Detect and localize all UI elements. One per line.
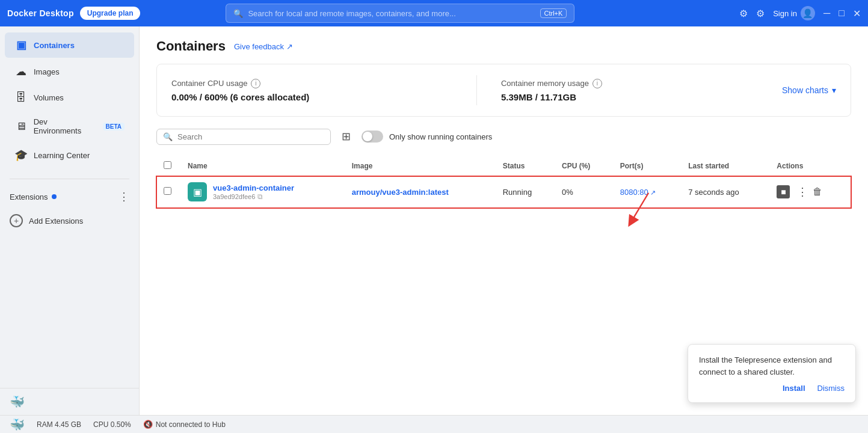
- shortcut-badge: Ctrl+K: [540, 8, 567, 18]
- images-icon: ☁: [14, 65, 28, 78]
- search-magnifier-icon: 🔍: [163, 132, 173, 141]
- signin-label: Sign in: [773, 9, 797, 18]
- topbar-icons: ⚙ ⚙ Sign in 👤 ─ □ ✕: [739, 6, 861, 20]
- cpu-value: 0%: [562, 188, 573, 197]
- add-icon: +: [10, 214, 23, 227]
- containers-table: Name Image Status CPU (%) Port(s) Last s…: [156, 156, 851, 208]
- more-actions-button[interactable]: ⋮: [795, 185, 810, 198]
- add-extensions-label: Add Extensions: [29, 216, 83, 226]
- containers-table-wrapper: Name Image Status CPU (%) Port(s) Last s…: [156, 156, 851, 208]
- sidebar-item-containers[interactable]: ▣ Containers: [5, 32, 134, 58]
- content-inner: Containers Give feedback ↗ Container CPU…: [140, 26, 868, 220]
- row-checkbox-cell: [156, 176, 180, 208]
- cpu-label-text: Container CPU usage: [171, 79, 247, 88]
- learning-icon: 🎓: [14, 149, 28, 162]
- popup-text: Install the Telepresence extension and c…: [699, 354, 845, 378]
- popup-install-button[interactable]: Install: [783, 384, 805, 393]
- row-image-cell: armouy/vue3-admin:latest: [345, 176, 496, 208]
- memory-stat-value: 5.39MB / 11.71GB: [501, 92, 782, 102]
- close-icon[interactable]: ✕: [853, 8, 861, 19]
- minimize-icon[interactable]: ─: [823, 8, 830, 19]
- running-toggle-wrap: Only show running containers: [362, 131, 492, 143]
- sidebar-divider: [10, 179, 129, 179]
- dev-env-icon: 🖥: [14, 120, 28, 133]
- table-header-row: Name Image Status CPU (%) Port(s) Last s…: [156, 156, 851, 176]
- image-link[interactable]: armouy/vue3-admin:latest: [352, 188, 449, 197]
- toggle-knob: [363, 132, 372, 141]
- table-body: ▣ vue3-admin-container 3a9ed92dfee6 ⧉: [156, 176, 851, 208]
- cpu-stat-label: Container CPU usage i: [171, 79, 452, 88]
- container-short-id: 3a9ed92dfee6: [213, 193, 255, 200]
- feedback-link[interactable]: Give feedback ↗: [234, 42, 293, 51]
- container-search-wrap[interactable]: 🔍: [156, 129, 331, 145]
- popup-dismiss-button[interactable]: Dismiss: [817, 384, 845, 393]
- show-charts-label: Show charts: [782, 85, 828, 95]
- toggle-label: Only show running containers: [389, 132, 492, 141]
- avatar: 👤: [801, 6, 815, 20]
- last-started-value: 7 seconds ago: [688, 188, 739, 197]
- port-value: 8080:80: [620, 188, 648, 197]
- sidebar-label-dev-env: Dev Environments: [34, 117, 97, 135]
- port-link[interactable]: 8080:80 ↗: [620, 188, 656, 197]
- stat-divider: [476, 75, 477, 105]
- row-checkbox[interactable]: [164, 187, 171, 195]
- chevron-down-icon: ▾: [832, 85, 836, 95]
- sidebar-label-containers: Containers: [34, 41, 75, 50]
- stop-button[interactable]: ■: [777, 185, 790, 198]
- stats-section: Container CPU usage i 0.00% / 600% (6 co…: [156, 64, 851, 117]
- sidebar-label-images: Images: [34, 67, 60, 76]
- table-row: ▣ vue3-admin-container 3a9ed92dfee6 ⧉: [156, 176, 851, 208]
- extensions-icon[interactable]: ⚙: [739, 8, 748, 19]
- sidebar-item-dev-environments[interactable]: 🖥 Dev Environments BETA: [5, 111, 134, 141]
- col-ports: Port(s): [613, 156, 681, 176]
- external-link-icon: ↗: [650, 189, 656, 196]
- running-toggle[interactable]: [362, 131, 383, 143]
- feedback-label: Give feedback: [234, 42, 284, 51]
- cpu-status: CPU 0.50%: [93, 420, 131, 429]
- maximize-icon[interactable]: □: [839, 8, 845, 19]
- ram-label: RAM 4.45 GB: [37, 420, 81, 429]
- copy-id-icon[interactable]: ⧉: [257, 192, 263, 201]
- col-image: Image: [345, 156, 496, 176]
- select-all-checkbox[interactable]: [164, 161, 171, 169]
- container-name-link[interactable]: vue3-admin-container: [213, 183, 294, 192]
- sidebar-item-images[interactable]: ☁ Images: [5, 59, 134, 84]
- beta-badge: BETA: [103, 123, 125, 131]
- row-last-started-cell: 7 seconds ago: [681, 176, 769, 208]
- memory-stat-block: Container memory usage i 5.39MB / 11.71G…: [501, 79, 782, 102]
- col-actions: Actions: [769, 156, 851, 176]
- extensions-more-icon[interactable]: ⋮: [119, 190, 129, 203]
- memory-stat-label: Container memory usage i: [501, 79, 782, 88]
- statusbar: 🐳 RAM 4.45 GB CPU 0.50% 🔇 Not connected …: [0, 415, 868, 433]
- col-cpu: CPU (%): [555, 156, 613, 176]
- extensions-section[interactable]: Extensions ⋮: [0, 184, 139, 209]
- sidebar-item-volumes[interactable]: 🗄 Volumes: [5, 85, 134, 110]
- global-search-input[interactable]: [248, 9, 535, 18]
- global-search-bar[interactable]: 🔍 Ctrl+K: [226, 4, 574, 23]
- extensions-text: Extensions: [10, 192, 48, 201]
- delete-button[interactable]: 🗑: [813, 186, 822, 197]
- sidebar-item-learning-center[interactable]: 🎓 Learning Center: [5, 143, 134, 168]
- ram-status: RAM 4.45 GB: [37, 420, 81, 429]
- memory-info-icon[interactable]: i: [593, 79, 602, 88]
- container-search-input[interactable]: [177, 132, 324, 141]
- volumes-icon: 🗄: [14, 91, 28, 104]
- show-charts-button[interactable]: Show charts ▾: [782, 85, 836, 95]
- upgrade-button[interactable]: Upgrade plan: [80, 7, 141, 20]
- cpu-status-label: CPU 0.50%: [93, 420, 131, 429]
- feedback-external-icon: ↗: [286, 42, 293, 51]
- add-extensions-item[interactable]: + Add Extensions: [0, 209, 139, 232]
- col-name: Name: [180, 156, 345, 176]
- signin-button[interactable]: Sign in 👤: [773, 6, 815, 20]
- row-actions-cell: ■ ⋮ 🗑: [769, 176, 851, 208]
- settings-icon[interactable]: ⚙: [756, 8, 765, 19]
- checkbox-header: [156, 156, 180, 176]
- col-last-started: Last started: [681, 156, 769, 176]
- app-title: Docker Desktop: [7, 8, 74, 18]
- grid-view-icon[interactable]: ⊞: [338, 127, 354, 146]
- extensions-dot: [52, 194, 57, 199]
- cpu-info-icon[interactable]: i: [251, 79, 260, 88]
- row-port-cell: 8080:80 ↗: [613, 176, 681, 208]
- hub-status: 🔇 Not connected to Hub: [143, 420, 226, 429]
- container-id: 3a9ed92dfee6 ⧉: [213, 192, 294, 201]
